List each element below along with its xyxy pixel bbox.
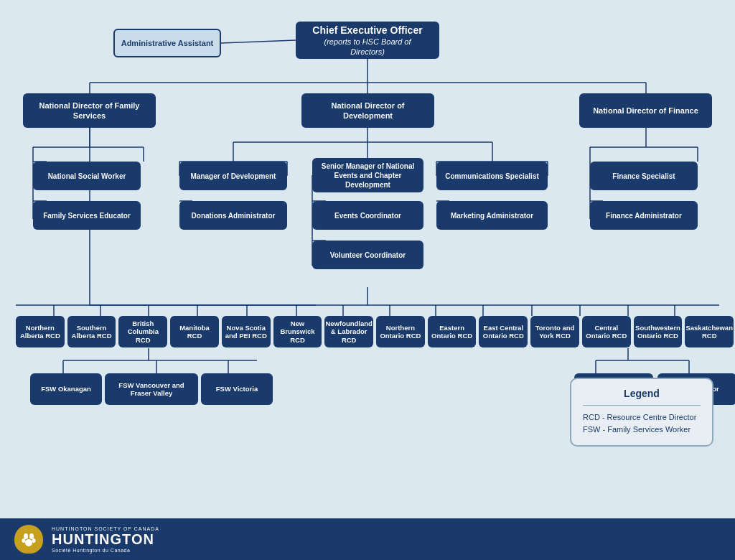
rcd-box-6: Newfoundland & Labrador RCD (324, 316, 373, 347)
manager-development-label: Manager of Development (191, 172, 276, 181)
footer-org-line2: Société Huntington du Canada (52, 548, 159, 553)
rcd-box-12: Southwestern Ontario RCD (634, 316, 683, 347)
svg-point-69 (22, 538, 26, 543)
footer-org-line1: Huntington Society of Canada (52, 526, 159, 531)
finance-admin-label: Finance Administrator (606, 211, 682, 220)
paw-icon (14, 525, 43, 554)
senior-manager-box: Senior Manager of National Events and Ch… (312, 158, 423, 192)
national-social-worker-label: National Social Worker (48, 172, 126, 181)
rcd-box-4: Nova Scotia and PEI RCD (222, 316, 271, 347)
rcd-box-0: Northern Alberta RCD (16, 316, 65, 347)
family-services-educator-label: Family Services Educator (43, 211, 131, 220)
rcd-box-8: Eastern Ontario RCD (428, 316, 477, 347)
finance-admin-box: Finance Administrator (590, 201, 698, 230)
legend-text: RCD - Resource Centre DirectorFSW - Fami… (583, 411, 701, 437)
updated-text: Updated: March 29, 2022 (304, 538, 431, 550)
rcd-box-1: Southern Alberta RCD (67, 316, 116, 347)
dir-family-box: National Director of Family Services (23, 93, 156, 128)
volunteer-coordinator-box: Volunteer Coordinator (312, 241, 423, 269)
senior-manager-label: Senior Manager of National Events and Ch… (318, 162, 418, 190)
ceo-subtitle: (reports to HSC Board of Directors) (307, 37, 428, 57)
dir-family-label: National Director of Family Services (29, 101, 150, 121)
footer-logo: Huntington Society of Canada HUNTINGTON … (14, 525, 159, 554)
rcd-row: Northern Alberta RCDSouthern Alberta RCD… (16, 316, 734, 347)
finance-specialist-label: Finance Specialist (612, 172, 675, 181)
donations-admin-box: Donations Administrator (179, 201, 287, 230)
svg-point-71 (25, 539, 32, 546)
rcd-box-7: Northern Ontario RCD (376, 316, 425, 347)
legend-line: FSW - Family Services Worker (583, 424, 701, 437)
main-container: Chief Executive Officer (reports to HSC … (0, 0, 735, 560)
dir-finance-label: National Director of Finance (593, 106, 698, 116)
admin-assistant-box: Administrative Assistant (113, 29, 221, 57)
svg-point-67 (24, 533, 28, 539)
rcd-box-10: Toronto and York RCD (530, 316, 579, 347)
marketing-admin-label: Marketing Administrator (451, 211, 533, 220)
communications-specialist-label: Communications Specialist (445, 172, 539, 181)
national-social-worker-box: National Social Worker (33, 162, 141, 190)
family-services-educator-box: Family Services Educator (33, 201, 141, 230)
footer-logo-text: Huntington Society of Canada HUNTINGTON … (52, 526, 159, 553)
dir-development-label: National Director of Development (307, 101, 429, 121)
communications-specialist-box: Communications Specialist (436, 162, 548, 190)
ceo-box: Chief Executive Officer (reports to HSC … (296, 22, 439, 59)
ceo-title: Chief Executive Officer (307, 24, 428, 37)
finance-specialist-box: Finance Specialist (590, 162, 698, 190)
rcd-box-11: Central Ontario RCD (582, 316, 631, 347)
rcd-box-13: Saskatchewan RCD (685, 316, 734, 347)
manager-development-box: Manager of Development (179, 162, 287, 190)
volunteer-coordinator-label: Volunteer Coordinator (330, 251, 406, 260)
donations-admin-label: Donations Administrator (192, 211, 276, 220)
legend-line: RCD - Resource Centre Director (583, 411, 701, 424)
events-coordinator-box: Events Coordinator (312, 201, 423, 230)
svg-point-70 (32, 538, 36, 543)
footer-org-main: HUNTINGTON (52, 531, 159, 548)
legend-title: Legend (583, 388, 701, 399)
rcd-box-5: New Brunswick RCD (273, 316, 322, 347)
fsw-row-left: FSW OkanaganFSW Vancouver and Fraser Val… (30, 373, 273, 405)
org-chart: Chief Executive Officer (reports to HSC … (7, 7, 728, 495)
rcd-box-3: Manitoba RCD (170, 316, 219, 347)
fsw-left-box-2: FSW Victoria (201, 373, 273, 405)
svg-line-0 (221, 40, 296, 43)
dir-development-box: National Director of Development (301, 93, 434, 128)
legend-divider (583, 405, 701, 406)
marketing-admin-box: Marketing Administrator (436, 201, 548, 230)
fsw-left-box-0: FSW Okanagan (30, 373, 102, 405)
fsw-left-box-1: FSW Vancouver and Fraser Valley (105, 373, 198, 405)
rcd-box-2: British Columbia RCD (118, 316, 167, 347)
rcd-box-9: East Central Ontario RCD (479, 316, 528, 347)
svg-point-68 (29, 533, 34, 539)
events-coordinator-label: Events Coordinator (334, 211, 401, 220)
dir-finance-box: National Director of Finance (579, 93, 712, 128)
admin-assistant-label: Administrative Assistant (121, 38, 214, 48)
legend: Legend RCD - Resource Centre DirectorFSW… (570, 378, 713, 447)
